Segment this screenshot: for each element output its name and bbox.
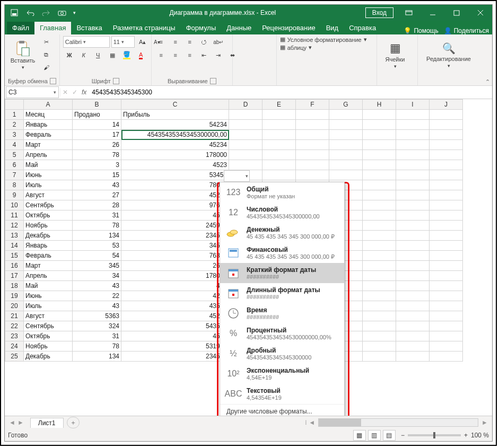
row-header-24[interactable]: 24 xyxy=(5,341,24,352)
cell-A18[interactable]: Май xyxy=(24,281,73,291)
row-header-11[interactable]: 11 xyxy=(5,210,24,221)
cell-I10[interactable] xyxy=(396,200,430,210)
cell-H25[interactable] xyxy=(363,352,396,362)
cell-C7[interactable]: 53452 xyxy=(121,170,229,180)
cell-H20[interactable] xyxy=(363,301,396,311)
cell-H15[interactable] xyxy=(363,251,396,261)
cell-I25[interactable] xyxy=(396,352,430,362)
cell-G3[interactable] xyxy=(329,130,363,140)
cell-E3[interactable] xyxy=(262,130,296,140)
tab-view[interactable]: Вид xyxy=(321,22,344,34)
cell-C1[interactable]: Прибыль xyxy=(121,110,229,120)
format-option-number[interactable]: 12 Числовой45435435345345300000,00 xyxy=(220,203,344,223)
cell-H13[interactable] xyxy=(363,231,396,241)
cell-H3[interactable] xyxy=(363,130,396,140)
cell-H7[interactable] xyxy=(363,170,396,180)
cell-I16[interactable] xyxy=(396,261,430,271)
decrease-indent-icon[interactable]: ⇤ xyxy=(198,49,211,61)
cell-F3[interactable] xyxy=(296,130,329,140)
cell-B1[interactable]: Продано xyxy=(73,110,121,120)
copy-icon[interactable]: ⧉ xyxy=(40,49,52,60)
cell-H5[interactable] xyxy=(363,150,396,160)
column-header-C[interactable]: C xyxy=(121,100,229,110)
font-launcher[interactable] xyxy=(113,78,119,84)
cell-J4[interactable] xyxy=(430,140,463,150)
cell-G6[interactable] xyxy=(329,160,363,170)
tab-file[interactable]: Файл xyxy=(7,22,34,34)
cell-H11[interactable] xyxy=(363,210,396,221)
cell-H4[interactable] xyxy=(363,140,396,150)
cell-I22[interactable] xyxy=(396,321,430,331)
cell-H10[interactable] xyxy=(363,200,396,210)
cell-J13[interactable] xyxy=(430,231,463,241)
format-option-currency[interactable]: Денежный45 435 435 345 345 300 000,00 ₽ xyxy=(220,223,344,243)
paste-button[interactable]: Вставить ▾ xyxy=(8,36,38,74)
cell-J10[interactable] xyxy=(430,200,463,210)
cell-C12[interactable]: 245908 xyxy=(121,221,229,231)
cell-I23[interactable] xyxy=(396,331,430,341)
row-header-13[interactable]: 13 xyxy=(5,231,24,241)
cell-B3[interactable]: 17 xyxy=(73,130,121,140)
cell-C5[interactable]: 178000 xyxy=(121,150,229,160)
new-sheet-button[interactable]: ＋ xyxy=(67,417,80,428)
row-header-10[interactable]: 10 xyxy=(5,200,24,210)
cell-I20[interactable] xyxy=(396,301,430,311)
cell-J2[interactable] xyxy=(430,120,463,130)
sheet-nav-next-icon[interactable]: ► xyxy=(17,419,24,426)
cell-A23[interactable]: Октябрь xyxy=(24,331,73,341)
font-name-combo[interactable]: Calibri▾ xyxy=(63,36,110,48)
format-option-longdate[interactable]: Длинный формат даты########## xyxy=(220,283,344,303)
cell-I9[interactable] xyxy=(396,190,430,200)
cell-C15[interactable]: 76345 xyxy=(121,251,229,261)
cell-A20[interactable]: Июль xyxy=(24,301,73,311)
cell-J11[interactable] xyxy=(430,210,463,221)
borders-icon[interactable]: ▦ xyxy=(106,49,119,61)
column-header-D[interactable]: D xyxy=(229,100,262,110)
column-header-G[interactable]: G xyxy=(329,100,363,110)
cell-C13[interactable]: 234524 xyxy=(121,231,229,241)
cell-C17[interactable]: 178000 xyxy=(121,271,229,281)
number-format-combo[interactable]: ▾ xyxy=(224,170,250,182)
cell-A1[interactable]: Месяц xyxy=(24,110,73,120)
cell-I6[interactable] xyxy=(396,160,430,170)
row-header-20[interactable]: 20 xyxy=(5,301,24,311)
cell-B25[interactable]: 134 xyxy=(73,352,121,362)
cell-H14[interactable] xyxy=(363,241,396,251)
cell-J9[interactable] xyxy=(430,190,463,200)
cell-A5[interactable]: Апрель xyxy=(24,150,73,160)
cell-J3[interactable] xyxy=(430,130,463,140)
cell-I7[interactable] xyxy=(396,170,430,180)
cell-I2[interactable] xyxy=(396,120,430,130)
align-center-icon[interactable]: ≡ xyxy=(169,49,182,61)
font-color-icon[interactable]: A xyxy=(135,49,147,61)
cell-I11[interactable] xyxy=(396,210,430,221)
cell-H12[interactable] xyxy=(363,221,396,231)
cell-C4[interactable]: 45234 xyxy=(121,140,229,150)
row-header-21[interactable]: 21 xyxy=(5,311,24,321)
cell-E2[interactable] xyxy=(262,120,296,130)
cell-J6[interactable] xyxy=(430,160,463,170)
cell-A17[interactable]: Апрель xyxy=(24,271,73,281)
column-header-B[interactable]: B xyxy=(73,100,121,110)
cell-D3[interactable] xyxy=(229,130,262,140)
wrap-text-icon[interactable]: ab↵ xyxy=(212,36,225,48)
cell-A12[interactable]: Ноябрь xyxy=(24,221,73,231)
cell-B22[interactable]: 324 xyxy=(73,321,121,331)
cell-I17[interactable] xyxy=(396,271,430,281)
row-header-25[interactable]: 25 xyxy=(5,352,24,362)
font-size-combo[interactable]: 11▾ xyxy=(111,36,135,48)
row-header-12[interactable]: 12 xyxy=(5,221,24,231)
cell-A19[interactable]: Июнь xyxy=(24,291,73,301)
tab-review[interactable]: Рецензирование xyxy=(257,22,320,34)
cell-F6[interactable] xyxy=(296,160,329,170)
cell-J19[interactable] xyxy=(430,291,463,301)
tab-insert[interactable]: Вставка xyxy=(71,22,107,34)
align-bottom-icon[interactable]: ≡ xyxy=(183,36,196,48)
row-header-16[interactable]: 16 xyxy=(5,261,24,271)
worksheet-grid[interactable]: ABCDEFGHIJ1МесяцПроданоПрибыль2Январь145… xyxy=(5,99,492,416)
format-option-accounting[interactable]: Финансовый45 435 435 345 345 300 000,00 … xyxy=(220,243,344,263)
view-normal-icon[interactable]: ▦ xyxy=(353,430,366,441)
cell-A7[interactable]: Июнь xyxy=(24,170,73,180)
column-header-A[interactable]: A xyxy=(24,100,73,110)
cell-G5[interactable] xyxy=(329,150,363,160)
